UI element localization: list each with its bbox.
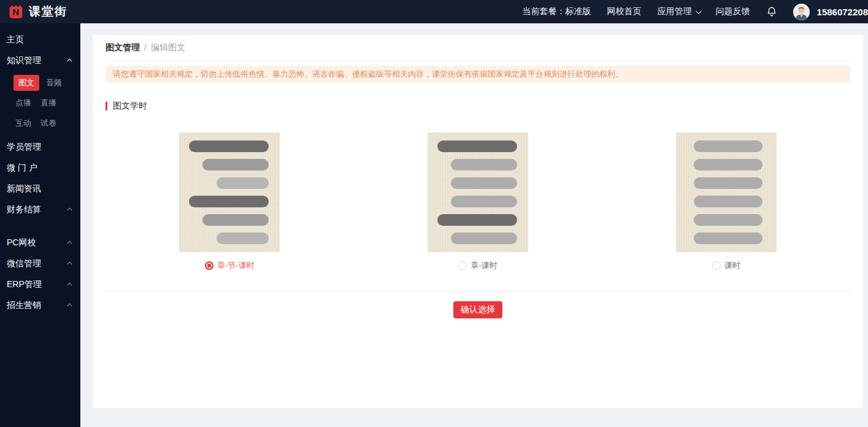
- option-chapter-lesson[interactable]: 章-课时: [354, 133, 602, 271]
- section-title-text: 图文学时: [113, 101, 147, 112]
- preview-text-bar: [202, 159, 269, 171]
- preview-text-bar: [451, 196, 517, 207]
- chevron-up-icon: [67, 240, 72, 245]
- chevron-up-icon: [67, 207, 72, 212]
- sidebar-item-news[interactable]: 新闻资讯: [0, 179, 80, 199]
- preview-text-bar: [451, 159, 517, 171]
- radio-label[interactable]: 章-课时: [470, 260, 497, 271]
- submenu-item-exam[interactable]: 试卷: [40, 118, 66, 129]
- sidebar-item-knowledge[interactable]: 知识管理: [0, 50, 80, 71]
- radio-button[interactable]: [458, 261, 467, 270]
- topbar: 课堂街 当前套餐：标准版 网校首页 应用管理 问题反馈 1586072208: [0, 0, 868, 23]
- sidebar-item-label: 微 门 户: [7, 163, 37, 174]
- account-phone[interactable]: 1586072208: [817, 7, 868, 17]
- preview-text-bar: [217, 233, 269, 244]
- radio-label[interactable]: 章-节-课时: [217, 260, 255, 271]
- preview-text-bar: [694, 214, 762, 226]
- structure-preview-image: [676, 133, 777, 252]
- nav-school-home[interactable]: 网校首页: [607, 6, 642, 17]
- preview-text-bar: [202, 214, 269, 226]
- radio-button[interactable]: [712, 261, 721, 270]
- submenu-item-tuwen[interactable]: 图文: [13, 75, 39, 91]
- divider: [106, 291, 850, 292]
- brand-name: 课堂街: [29, 4, 67, 20]
- preview-text-bar: [694, 159, 762, 171]
- sidebar-item-pc-school[interactable]: PC网校: [0, 233, 80, 253]
- sidebar-item-wechat[interactable]: 微信管理: [0, 253, 80, 274]
- sidebar-item-home[interactable]: 主页: [0, 29, 80, 50]
- preview-text-bar: [217, 177, 269, 189]
- chevron-up-icon: [67, 282, 72, 287]
- option-chapter-section-lesson[interactable]: 章-节-课时: [106, 133, 354, 271]
- confirm-selection-button[interactable]: 确认选择: [453, 301, 502, 318]
- sidebar-item-label: 新闻资讯: [7, 183, 41, 194]
- sidebar-item-label: ERP管理: [7, 279, 42, 290]
- nav-app-management-label: 应用管理: [658, 6, 692, 17]
- preview-text-bar: [189, 196, 269, 207]
- sidebar-item-label: 学员管理: [7, 142, 41, 153]
- radio-button[interactable]: [205, 261, 213, 270]
- sidebar-item-erp[interactable]: ERP管理: [0, 274, 80, 295]
- sidebar-item-students[interactable]: 学员管理: [0, 137, 80, 158]
- nav-feedback[interactable]: 问题反馈: [716, 6, 750, 17]
- logo-icon: [8, 4, 24, 20]
- compliance-notice: 请您遵守国家相关规定，切勿上传低俗色情、暴力恐怖、谣言诈骗、侵权盗版等相关内容，…: [106, 66, 850, 83]
- sidebar: 主页 知识管理 图文 音频 点播 直播 互动 试卷 学员管理 微 门 户: [0, 23, 80, 427]
- preview-text-bar: [451, 177, 517, 189]
- sidebar-item-micro-portal[interactable]: 微 门 户: [0, 158, 80, 179]
- preview-text-bar: [437, 214, 517, 226]
- preview-text-bar: [694, 233, 762, 244]
- bell-icon: [766, 6, 777, 17]
- sidebar-item-label: PC网校: [7, 237, 36, 248]
- preview-text-bar: [694, 140, 762, 152]
- structure-preview-image: [428, 133, 528, 252]
- chevron-up-icon: [67, 303, 72, 308]
- submenu-item-audio[interactable]: 音频: [46, 77, 71, 88]
- preview-text-bar: [694, 177, 762, 189]
- chevron-down-icon: [696, 8, 702, 14]
- chevron-up-icon: [67, 261, 72, 266]
- submenu-item-interact[interactable]: 互动: [15, 118, 40, 129]
- sidebar-item-label: 财务结算: [7, 204, 41, 215]
- notifications-button[interactable]: [766, 6, 777, 17]
- brand[interactable]: 课堂街: [8, 4, 67, 20]
- preview-text-bar: [694, 196, 762, 207]
- breadcrumb-parent[interactable]: 图文管理: [106, 42, 140, 53]
- breadcrumb-separator: /: [144, 43, 147, 53]
- avatar[interactable]: [793, 4, 810, 20]
- radio-label[interactable]: 课时: [724, 260, 740, 271]
- sidebar-gap: [0, 220, 80, 233]
- current-plan-label: 当前套餐：标准版: [523, 6, 591, 17]
- breadcrumb-current: 编辑图文: [151, 42, 185, 53]
- sidebar-item-label: 微信管理: [7, 258, 41, 269]
- preview-text-bar: [437, 140, 517, 152]
- main-area: 图文管理 / 编辑图文 请您遵守国家相关规定，切勿上传低俗色情、暴力恐怖、谣言诈…: [80, 23, 868, 427]
- sidebar-item-label: 主页: [7, 34, 24, 45]
- content-card: 图文管理 / 编辑图文 请您遵守国家相关规定，切勿上传低俗色情、暴力恐怖、谣言诈…: [93, 35, 863, 408]
- preview-text-bar: [189, 140, 269, 152]
- sidebar-item-recruit[interactable]: 招生营销: [0, 295, 80, 316]
- submenu-item-vod[interactable]: 点播: [15, 98, 40, 109]
- section-title: 图文学时: [106, 101, 850, 112]
- sidebar-item-label: 知识管理: [7, 55, 41, 66]
- preview-text-bar: [451, 233, 517, 244]
- structure-options: 章-节-课时 章-课时 课时: [106, 133, 850, 271]
- knowledge-submenu: 图文 音频 点播 直播 互动 试卷: [0, 71, 80, 137]
- nav-app-management[interactable]: 应用管理: [658, 6, 700, 17]
- sidebar-item-label: 招生营销: [7, 300, 41, 311]
- title-accent-bar: [106, 102, 107, 110]
- sidebar-item-finance[interactable]: 财务结算: [0, 199, 80, 220]
- chevron-up-icon: [67, 58, 72, 63]
- breadcrumb: 图文管理 / 编辑图文: [106, 35, 850, 61]
- submenu-item-live[interactable]: 直播: [40, 98, 66, 109]
- structure-preview-image: [179, 133, 280, 252]
- option-lesson[interactable]: 课时: [602, 133, 850, 271]
